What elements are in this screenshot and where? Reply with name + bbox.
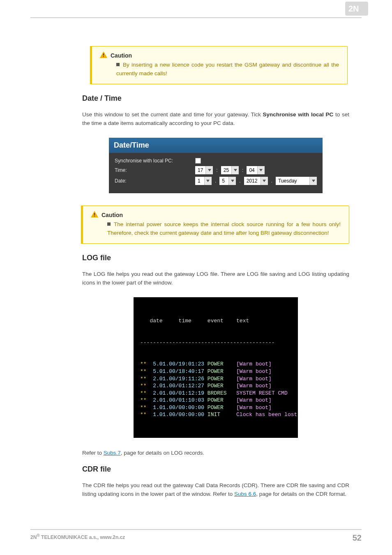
value-year: 2012 — [244, 177, 261, 185]
dropdown-weekday[interactable]: Tuesday — [276, 177, 317, 185]
time-separator: : — [215, 167, 218, 173]
log-event: INIT — [204, 412, 230, 418]
row-date: Date: 1 . 5 . 2012 . Tuesday — [115, 177, 317, 185]
log-text: [Warm boot] — [230, 376, 271, 382]
log-stars: ** — [140, 368, 147, 375]
log-text: [Warm boot] — [230, 368, 271, 375]
caution-accent-bar — [81, 206, 83, 244]
date-separator: . — [238, 178, 241, 184]
link-subs66[interactable]: Subs 6.6 — [234, 491, 256, 497]
log-stars: ** — [140, 383, 147, 389]
log-row: ** 1.01.00/00:00:00 INIT Clock has been … — [140, 411, 291, 419]
log-event: POWER — [204, 368, 230, 375]
text: 2N — [30, 534, 37, 540]
caution-title: Caution — [111, 52, 132, 59]
log-event: POWER — [204, 405, 230, 411]
log-event: POWER — [204, 397, 230, 403]
chevron-down-icon — [204, 177, 212, 185]
svg-rect-3 — [103, 56, 104, 57]
value-weekday: Tuesday — [276, 177, 309, 185]
row-sync: Synchronise with local PC: — [115, 158, 317, 164]
log-stars: ** — [140, 376, 147, 382]
dropdown-hour[interactable]: 17 — [195, 166, 213, 174]
value-month: 5 — [219, 177, 228, 185]
log-text: [Warm boot] — [230, 361, 271, 367]
caution-body: The internal power source keeps the inte… — [91, 220, 341, 238]
dropdown-minute[interactable]: 25 — [221, 166, 239, 174]
caution-text: By inserting a new licence code you rest… — [116, 62, 339, 76]
log-row: ** 2.01.00/01:12:19 BRDRES SYSTEM RESET … — [140, 390, 291, 397]
page-number: 52 — [353, 533, 362, 543]
dropdown-day[interactable]: 1 — [195, 177, 212, 185]
datetime-panel-title: Date/Time — [109, 138, 323, 153]
paragraph-date-time: Use this window to set the current date … — [82, 110, 349, 128]
caution-text: The internal power source keeps the inte… — [107, 221, 341, 236]
dropdown-second[interactable]: 04 — [247, 166, 264, 174]
log-row: ** 5.01.00/18:40:17 POWER [Warm boot] — [140, 368, 291, 375]
value-second: 04 — [247, 166, 257, 174]
text-bold: Synchronise with local PC — [263, 111, 334, 118]
log-panel: date time event text -------------------… — [134, 297, 298, 438]
log-event: POWER — [204, 361, 230, 367]
text: TELEKOMUNIKACE a.s., www.2n.cz — [40, 534, 125, 540]
label-time: Time: — [115, 167, 193, 173]
log-event: POWER — [204, 376, 230, 382]
log-stars: ** — [140, 412, 147, 418]
svg-rect-2 — [103, 53, 104, 56]
caution-header: Caution — [91, 211, 341, 219]
page-footer: 2N® TELEKOMUNIKACE a.s., www.2n.cz 52 — [30, 529, 362, 543]
log-event: BRDRES — [204, 390, 230, 396]
heading-cdr-file: CDR file — [82, 465, 349, 474]
log-datetime: 2.01.00/01:12:19 — [147, 390, 204, 396]
log-stars: ** — [140, 397, 147, 403]
date-separator: . — [270, 178, 273, 184]
paragraph-cdr-file: The CDR file helps you read out the gate… — [82, 481, 349, 499]
label-date: Date: — [115, 178, 193, 184]
text: , page for details on LOG records. — [121, 450, 204, 456]
footer-company: 2N® TELEKOMUNIKACE a.s., www.2n.cz — [30, 533, 125, 543]
value-hour: 17 — [195, 166, 205, 174]
caution-box-licence: Caution By inserting a new licence code … — [91, 46, 348, 84]
log-row: ** 1.01.00/00:00:00 POWER [Warm boot] — [140, 404, 291, 412]
svg-rect-4 — [94, 213, 95, 215]
log-datetime: 1.01.00/00:00:00 — [147, 412, 204, 418]
heading-log-file: LOG file — [82, 254, 349, 262]
datetime-panel: Date/Time Synchronise with local PC: Tim… — [109, 138, 323, 193]
dropdown-year[interactable]: 2012 — [244, 177, 268, 185]
log-datetime: 5.01.00/19:01:23 — [147, 361, 204, 367]
log-text: SYSTEM RESET CMD — [230, 390, 287, 396]
link-subs7[interactable]: Subs.7 — [104, 450, 121, 456]
log-header-row: date time event text — [140, 317, 291, 325]
row-time: Time: 17 : 25 : 04 — [115, 166, 317, 174]
time-separator: : — [241, 167, 244, 173]
bullet-icon — [116, 63, 120, 66]
log-row: ** 2.01.00/01:10:03 POWER [Warm boot] — [140, 397, 291, 404]
dropdown-month[interactable]: 5 — [219, 177, 236, 185]
log-text: [Warm boot] — [230, 397, 271, 403]
log-row: ** 2.01.00/19:11:26 POWER [Warm boot] — [140, 375, 291, 383]
paragraph-log-ref: Refer to Subs.7, page for details on LOG… — [82, 449, 349, 458]
paragraph-log-file: The LOG file helps you read out the gate… — [82, 270, 349, 287]
log-rows-container: ** 5.01.00/19:01:23 POWER [Warm boot]** … — [140, 361, 291, 418]
caution-header: Caution — [100, 51, 339, 59]
caution-accent-bar — [90, 46, 92, 84]
chevron-down-icon — [257, 166, 265, 174]
log-stars: ** — [140, 405, 147, 411]
log-text: [Warm boot] — [230, 383, 271, 389]
log-datetime: 5.01.00/18:40:17 — [147, 368, 204, 375]
text: , page for details on the CDR format. — [256, 491, 346, 497]
log-stars: ** — [140, 361, 147, 367]
bullet-icon — [107, 222, 111, 226]
svg-rect-5 — [94, 216, 95, 217]
brand-logo: 2N — [345, 2, 368, 17]
chevron-down-icon — [228, 177, 236, 185]
log-stars: ** — [140, 390, 147, 396]
checkbox-sync[interactable] — [195, 158, 201, 164]
log-datetime: 1.01.00/00:00:00 — [147, 405, 204, 411]
date-separator: . — [214, 178, 217, 184]
text: Refer to — [82, 450, 104, 456]
text-sup: ® — [37, 533, 39, 538]
caution-box-clock: Caution The internal power source keeps … — [82, 206, 349, 244]
svg-text:2N: 2N — [348, 4, 359, 13]
caution-title: Caution — [101, 212, 123, 218]
